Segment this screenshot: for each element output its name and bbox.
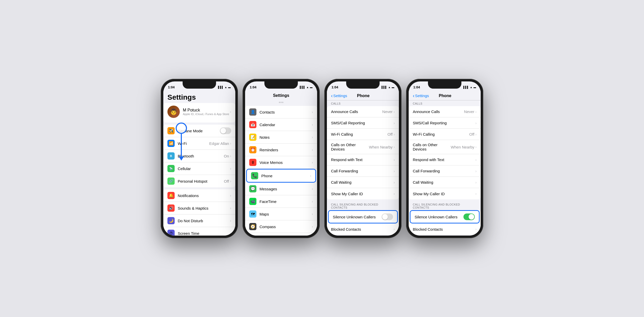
wifi-icon-3: ▲ bbox=[388, 86, 391, 89]
facetime-icon: 📹 bbox=[249, 198, 256, 205]
voicememos-label: Voice Memos bbox=[260, 160, 312, 165]
notes-icon: 📝 bbox=[249, 134, 256, 141]
back-chevron-4: ‹ bbox=[413, 93, 415, 99]
signal-icon: ▌▌▌ bbox=[218, 86, 223, 89]
screentime-row[interactable]: ⏱ Screen Time › bbox=[163, 227, 235, 236]
caller-id-row-4[interactable]: Show My Caller ID › bbox=[409, 188, 481, 199]
calls-other-row-3[interactable]: Calls on Other Devices When Nearby › bbox=[327, 140, 399, 154]
notifications-icon: 🔔 bbox=[167, 192, 175, 199]
back-btn-3[interactable]: ‹ Settings bbox=[331, 93, 347, 99]
calls-other-row-4[interactable]: Calls on Other Devices When Nearby › bbox=[409, 140, 481, 154]
time-4: 1:04 bbox=[413, 85, 420, 89]
signal-icon-3: ▌▌▌ bbox=[382, 86, 387, 89]
settings-title: Settings bbox=[163, 91, 235, 103]
facetime-label: FaceTime bbox=[260, 199, 312, 204]
calendar-label: Calendar bbox=[260, 123, 312, 127]
compass-row[interactable]: 🧭 Compass › bbox=[245, 220, 317, 233]
hotspot-row[interactable]: 🔗 Personal Hotspot Off › bbox=[163, 175, 235, 187]
call-waiting-row-4[interactable]: Call Waiting › bbox=[409, 177, 481, 188]
back-label-4: Settings bbox=[415, 94, 429, 98]
settings-group-2: 🔔 Notifications › 🔊 Sounds & Haptics › 🌙… bbox=[163, 189, 235, 236]
phone-3: 1:04 ▌▌▌ ▲ ▬ ‹ Settings Phone CALLS bbox=[324, 79, 401, 238]
respond-text-row-4[interactable]: Respond with Text › bbox=[409, 154, 481, 165]
profile-group[interactable]: 👨 M Potuck Apple ID, iCloud, iTunes & Ap… bbox=[163, 103, 235, 123]
announce-calls-row-3[interactable]: Announce Calls Never › bbox=[327, 106, 399, 117]
calendar-row[interactable]: 📅 Calendar › bbox=[245, 118, 317, 131]
silence-unknown-label-4: Silence Unknown Callers bbox=[415, 215, 463, 219]
blocked-contacts-row-3[interactable]: Blocked Contacts › bbox=[327, 223, 399, 235]
announce-calls-value-4: Never bbox=[464, 109, 474, 114]
calls-other-label-3: Calls on Other Devices bbox=[331, 143, 369, 151]
sms-reporting-row-4[interactable]: SMS/Call Reporting › bbox=[409, 117, 481, 129]
respond-text-label-4: Respond with Text bbox=[413, 157, 475, 162]
wifi-calling-value-3: Off bbox=[388, 132, 393, 136]
wifi-calling-row-4[interactable]: Wi-Fi Calling Off › bbox=[409, 129, 481, 140]
wifi-calling-row-3[interactable]: Wi-Fi Calling Off › bbox=[327, 129, 399, 140]
call-waiting-label-3: Call Waiting bbox=[331, 180, 393, 184]
phone-icon: 📞 bbox=[251, 172, 258, 179]
reminders-row[interactable]: ⏰ Reminders › bbox=[245, 144, 317, 156]
sms-reporting-label-4: SMS/Call Reporting bbox=[413, 121, 475, 125]
sounds-label: Sounds & Haptics bbox=[178, 206, 230, 210]
caller-id-label-3: Show My Caller ID bbox=[331, 192, 393, 196]
silence-unknown-row-4[interactable]: Silence Unknown Callers bbox=[410, 210, 480, 223]
sounds-icon: 🔊 bbox=[167, 204, 175, 212]
messages-row[interactable]: 💬 Messages › bbox=[245, 183, 317, 195]
call-forwarding-row-4[interactable]: Call Forwarding › bbox=[409, 165, 481, 177]
back-btn-4[interactable]: ‹ Settings bbox=[413, 93, 429, 99]
respond-text-label-3: Respond with Text bbox=[331, 157, 393, 162]
silence-toggle-4[interactable] bbox=[463, 213, 475, 220]
silence-toggle-3[interactable] bbox=[382, 213, 393, 220]
respond-text-row-3[interactable]: Respond with Text › bbox=[327, 154, 399, 165]
sms-reporting-label-3: SMS/Call Reporting bbox=[331, 121, 393, 125]
scroll-dots: ••• bbox=[279, 100, 284, 105]
announce-calls-row-4[interactable]: Announce Calls Never › bbox=[409, 106, 481, 117]
maps-row[interactable]: 🗺 Maps › bbox=[245, 208, 317, 220]
silence-toggle-thumb-4 bbox=[469, 214, 474, 220]
sms-reporting-row-3[interactable]: SMS/Call Reporting › bbox=[327, 117, 399, 129]
wifi-icon-4: ▲ bbox=[470, 86, 472, 89]
apps-group: 👤 Contacts › 📅 Calendar › 📝 Notes › bbox=[245, 106, 317, 236]
cellular-row[interactable]: 📡 Cellular › bbox=[163, 162, 235, 175]
phone-row-highlighted[interactable]: 📞 Phone › bbox=[246, 169, 316, 183]
silence-unknown-row-3[interactable]: Silence Unknown Callers bbox=[328, 210, 398, 223]
bluetooth-row[interactable]: B Bluetooth On › bbox=[163, 150, 235, 162]
sounds-chevron: › bbox=[230, 206, 231, 210]
status-icons-1: ▌▌▌ ▲ ▬ bbox=[218, 86, 231, 89]
contacts-icon: 👤 bbox=[249, 108, 256, 116]
profile-row[interactable]: 👨 M Potuck Apple ID, iCloud, iTunes & Ap… bbox=[163, 103, 235, 120]
phone-4: 1:04 ▌▌▌ ▲ ▬ ‹ Settings Phone CALLS bbox=[406, 79, 483, 238]
battery-icon: ▬ bbox=[228, 86, 231, 89]
wifi-row[interactable]: 📶 Wi-Fi Edgar Allan › bbox=[163, 137, 235, 150]
airplane-toggle[interactable] bbox=[220, 127, 231, 134]
calls-other-label-4: Calls on Other Devices bbox=[413, 143, 451, 151]
avatar: 👨 bbox=[167, 106, 180, 118]
notes-row[interactable]: 📝 Notes › bbox=[245, 131, 317, 144]
maps-label: Maps bbox=[260, 212, 312, 216]
sounds-row[interactable]: 🔊 Sounds & Haptics › bbox=[163, 202, 235, 215]
messages-label: Messages bbox=[260, 187, 312, 191]
announce-calls-value-3: Never bbox=[382, 109, 392, 114]
bluetooth-value: On bbox=[224, 154, 229, 158]
call-forwarding-row-3[interactable]: Call Forwarding › bbox=[327, 165, 399, 177]
measure-row[interactable]: 📏 Measure › bbox=[245, 233, 317, 236]
notifications-label: Notifications bbox=[178, 193, 230, 198]
cellular-icon: 📡 bbox=[167, 165, 175, 172]
airplane-mode-row[interactable]: ✈️ Airplane Mode bbox=[163, 125, 235, 137]
profile-name: M Potuck bbox=[183, 108, 230, 113]
call-waiting-row-3[interactable]: Call Waiting › bbox=[327, 177, 399, 188]
scroll-hint: ••• bbox=[245, 99, 317, 106]
dnd-label: Do Not Disturb bbox=[178, 219, 230, 223]
caller-id-row-3[interactable]: Show My Caller ID › bbox=[327, 188, 399, 199]
maps-icon: 🗺 bbox=[249, 210, 256, 218]
voicememos-row[interactable]: 🎙 Voice Memos › bbox=[245, 156, 317, 169]
notch-2 bbox=[264, 81, 298, 89]
signal-icon-2: ▌▌▌ bbox=[300, 86, 305, 89]
contacts-label: Contacts bbox=[260, 110, 312, 114]
notifications-row[interactable]: 🔔 Notifications › bbox=[163, 189, 235, 202]
dnd-row[interactable]: 🌙 Do Not Disturb › bbox=[163, 215, 235, 227]
blocked-contacts-row-4[interactable]: Blocked Contacts › bbox=[409, 223, 481, 235]
contacts-row[interactable]: 👤 Contacts › bbox=[245, 106, 317, 118]
hotspot-label: Personal Hotspot bbox=[178, 179, 224, 183]
facetime-row[interactable]: 📹 FaceTime › bbox=[245, 195, 317, 208]
